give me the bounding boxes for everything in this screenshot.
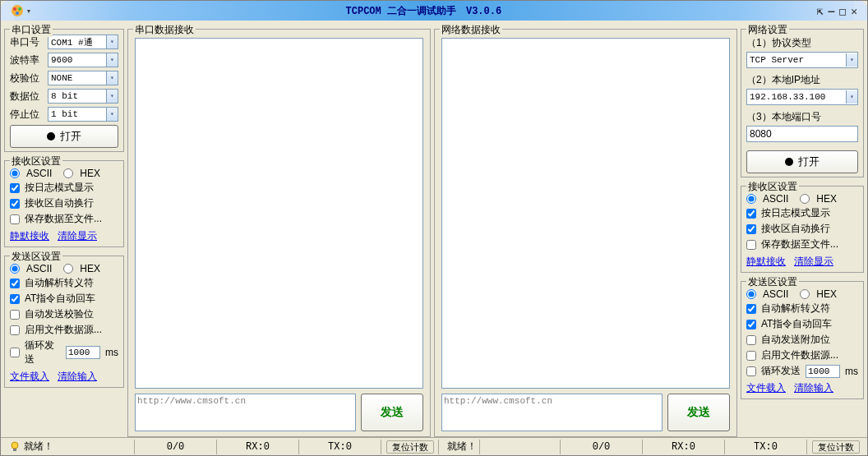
recv-left-ascii-radio[interactable]	[10, 168, 20, 178]
serial-settings-title: 串口设置	[10, 23, 53, 37]
recv-right-silent-link[interactable]: 静默接收	[746, 255, 786, 269]
status-tx-right: TX:0	[754, 441, 778, 453]
circle-icon	[785, 158, 793, 166]
svg-point-3	[16, 12, 19, 15]
send-left-fileload-link[interactable]: 文件载入	[10, 370, 49, 384]
send-right-hex-radio[interactable]	[800, 289, 810, 299]
pin-icon[interactable]: ⇱	[817, 5, 824, 17]
status-counter-right: 0/0	[593, 441, 611, 453]
send-left-ascii-radio[interactable]	[10, 264, 20, 274]
recv-right-clear-link[interactable]: 清除显示	[794, 255, 833, 269]
recv-left-wrap-check[interactable]	[10, 199, 20, 209]
serial-open-button[interactable]: 打开	[10, 125, 118, 148]
ip-label: （2）本地IP地址	[746, 73, 858, 87]
status-reset-right[interactable]: 复位计数	[812, 440, 860, 454]
protocol-select[interactable]: TCP Server▾	[746, 52, 858, 68]
send-left-loop-interval[interactable]	[66, 346, 100, 359]
send-right-loop-interval[interactable]	[806, 365, 840, 378]
chevron-down-icon: ▾	[106, 35, 118, 48]
window-title: TCPCOM 二合一调试助手 V3.0.6	[30, 4, 817, 18]
baud-select[interactable]: 9600▾	[48, 53, 118, 67]
chevron-down-icon: ▾	[106, 71, 118, 85]
protocol-label: （1）协议类型	[746, 36, 858, 50]
serial-settings-group: 串口设置 串口号 COM1 #通▾ 波特率 9600▾ 校验位 NONE▾ 数据…	[4, 29, 124, 152]
recv-right-savefile-check[interactable]	[746, 240, 756, 250]
network-send-textarea[interactable]: http://www.cmsoft.cn	[441, 394, 663, 431]
recv-left-hex-radio[interactable]	[63, 168, 73, 178]
chevron-down-icon: ▾	[846, 90, 857, 104]
statusbar: 就绪！ 0/0 RX:0 TX:0 复位计数 就绪！ 0/0 RX:0 TX:0…	[1, 437, 867, 455]
send-left-at-check[interactable]	[10, 294, 20, 304]
recv-left-clear-link[interactable]: 清除显示	[58, 229, 97, 243]
send-right-clearinput-link[interactable]: 清除输入	[794, 381, 833, 395]
network-settings-group: 网络设置 （1）协议类型 TCP Server▾ （2）本地IP地址 192.1…	[741, 29, 864, 177]
send-left-hex-radio[interactable]	[63, 264, 73, 274]
status-reset-left[interactable]: 复位计数	[386, 440, 434, 454]
network-recv-textarea[interactable]	[441, 38, 730, 389]
recv-right-logmode-check[interactable]	[746, 209, 756, 219]
send-right-at-check[interactable]	[746, 320, 756, 329]
right-sidebar: 网络设置 （1）协议类型 TCP Server▾ （2）本地IP地址 192.1…	[741, 21, 867, 437]
svg-point-2	[18, 7, 21, 11]
svg-rect-5	[13, 449, 16, 451]
recv-right-wrap-check[interactable]	[746, 224, 756, 234]
status-rx-right: RX:0	[672, 441, 695, 453]
send-left-checksum-check[interactable]	[10, 310, 20, 320]
chevron-down-icon: ▾	[106, 108, 118, 121]
databits-label: 数据位	[10, 90, 44, 104]
serial-port-select[interactable]: COM1 #通▾	[48, 35, 118, 49]
send-left-clearinput-link[interactable]: 清除输入	[58, 370, 97, 384]
serial-recv-textarea[interactable]	[135, 38, 423, 389]
parity-label: 校验位	[10, 71, 44, 85]
network-send-button[interactable]: 发送	[667, 394, 730, 431]
status-tx-left: TX:0	[328, 441, 352, 453]
recv-settings-left-group: 接收区设置 ASCII HEX 按日志模式显示 接收区自动换行 保存数据至文件.…	[4, 160, 124, 247]
chevron-down-icon: ▾	[106, 53, 118, 67]
chevron-down-icon: ▾	[846, 53, 857, 67]
left-sidebar: 串口设置 串口号 COM1 #通▾ 波特率 9600▾ 校验位 NONE▾ 数据…	[1, 21, 127, 437]
bulb-icon	[9, 441, 21, 453]
send-settings-right-group: 发送区设置 ASCII HEX 自动解析转义符 AT指令自动回车 自动发送附加位…	[741, 281, 864, 399]
send-left-escape-check[interactable]	[10, 279, 20, 288]
recv-right-ascii-radio[interactable]	[746, 194, 756, 204]
port-input[interactable]	[746, 126, 858, 142]
minimize-button[interactable]: —	[829, 5, 835, 17]
send-left-filesrc-check[interactable]	[10, 325, 20, 335]
send-right-escape-check[interactable]	[746, 304, 756, 314]
recv-left-savefile-check[interactable]	[10, 214, 20, 224]
send-right-loop-check[interactable]	[746, 366, 756, 376]
send-right-ascii-radio[interactable]	[746, 289, 756, 299]
ip-select[interactable]: 192.168.33.100▾	[746, 89, 858, 105]
serial-recv-group: 串口数据接收 http://www.cmsoft.cn 发送	[127, 29, 431, 437]
recv-left-logmode-check[interactable]	[10, 183, 20, 193]
serial-send-button[interactable]: 发送	[361, 394, 423, 431]
send-right-fileload-link[interactable]: 文件载入	[746, 381, 786, 395]
titlebar: ▾ TCPCOM 二合一调试助手 V3.0.6 ⇱ — □ ✕	[1, 1, 867, 21]
stopbits-select[interactable]: 1 bit▾	[48, 107, 118, 122]
app-icon	[11, 4, 24, 17]
recv-settings-right-group: 接收区设置 ASCII HEX 按日志模式显示 接收区自动换行 保存数据至文件.…	[741, 186, 864, 273]
recv-right-hex-radio[interactable]	[800, 194, 810, 204]
circle-icon	[47, 132, 55, 140]
send-right-filesrc-check[interactable]	[746, 351, 756, 361]
baud-label: 波特率	[10, 53, 44, 67]
port-label: （3）本地端口号	[746, 110, 858, 124]
status-counter-left: 0/0	[167, 441, 185, 453]
parity-select[interactable]: NONE▾	[48, 71, 118, 85]
status-ready-right: 就绪！	[447, 440, 477, 454]
chevron-down-icon: ▾	[106, 90, 118, 103]
close-button[interactable]: ✕	[851, 5, 857, 17]
serial-port-label: 串口号	[10, 35, 44, 49]
status-ready-left: 就绪！	[24, 440, 53, 454]
databits-select[interactable]: 8 bit▾	[48, 89, 118, 104]
network-recv-group: 网络数据接收 http://www.cmsoft.cn 发送	[434, 29, 737, 437]
send-left-loop-check[interactable]	[10, 348, 20, 357]
network-open-button[interactable]: 打开	[746, 150, 858, 173]
svg-point-1	[13, 7, 16, 11]
send-right-append-check[interactable]	[746, 335, 756, 345]
recv-left-silent-link[interactable]: 静默接收	[10, 229, 49, 243]
maximize-button[interactable]: □	[839, 5, 846, 17]
status-rx-left: RX:0	[246, 441, 270, 453]
serial-send-textarea[interactable]: http://www.cmsoft.cn	[135, 394, 356, 431]
svg-point-4	[12, 442, 18, 449]
